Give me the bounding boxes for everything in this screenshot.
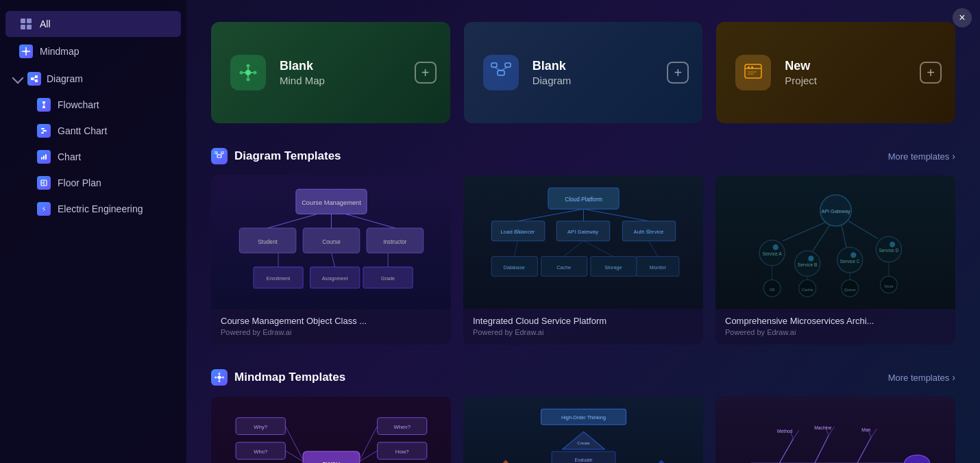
svg-rect-42: [217, 155, 221, 158]
sidebar-item-floor-plan-label: Floor Plan: [58, 177, 101, 188]
template-thumb-thinking: High-Order Thinking Create Evaluate Anal…: [463, 397, 703, 463]
template-title-course: Course Management Object Class ...: [221, 316, 441, 326]
chevron-down-icon: [12, 72, 24, 84]
svg-line-87: [563, 240, 583, 256]
svg-line-113: [848, 221, 878, 239]
mindmap-section-title: Mindmap Templates: [211, 369, 345, 386]
svg-line-112: [841, 225, 846, 247]
sidebar-item-chart-label: Chart: [58, 151, 81, 162]
svg-line-175: [814, 435, 829, 463]
template-powered-cloud: Powered by Edraw.ai: [473, 328, 694, 336]
svg-text:Cloud Platform: Cloud Platform: [565, 197, 602, 203]
svg-line-35: [501, 67, 508, 71]
svg-marker-167: [647, 460, 675, 463]
template-thumb-fishbone: Effect Method Machine Man: [715, 397, 955, 463]
svg-text:API Gateway: API Gateway: [567, 229, 598, 235]
svg-point-123: [219, 373, 221, 375]
diagram-section-icon: [211, 148, 228, 164]
svg-line-34: [494, 67, 501, 71]
svg-line-110: [783, 223, 825, 241]
diagram-card-text: Blank Diagram: [532, 59, 572, 86]
template-card-5w2h[interactable]: 5W2H Why? Who? What? Where? When? How? H…: [211, 397, 451, 463]
svg-text:When?: When?: [393, 424, 411, 430]
svg-text:Evaluate: Evaluate: [574, 457, 592, 462]
svg-line-55: [267, 214, 317, 228]
svg-line-65: [331, 253, 334, 267]
svg-text:Queue: Queue: [844, 288, 855, 292]
template-title-cloud: Integrated Cloud Service Platform: [473, 316, 694, 326]
sidebar-item-mindmap-label: Mindmap: [40, 46, 79, 57]
sidebar-item-chart[interactable]: Chart: [23, 144, 175, 170]
diagram-template-grid: Course Management Student Course Instruc…: [211, 175, 955, 345]
svg-text:Service A: Service A: [762, 251, 782, 256]
svg-point-22: [245, 70, 251, 75]
mindmap-more-templates[interactable]: More templates ›: [888, 372, 955, 383]
svg-rect-13: [41, 128, 45, 129]
sidebar-group-diagram: Diagram Flowchart: [5, 66, 181, 222]
sidebar-item-diagram-label: Diagram: [47, 73, 83, 84]
svg-rect-15: [41, 132, 44, 134]
mindmap-card-plus[interactable]: +: [415, 62, 437, 84]
sidebar-item-floor-plan[interactable]: Floor Plan: [23, 170, 175, 196]
new-project-card[interactable]: New Project +: [716, 22, 955, 123]
sidebar-item-mindmap[interactable]: Mindmap: [5, 38, 181, 64]
svg-rect-31: [498, 71, 504, 75]
chart-icon: [37, 150, 51, 164]
svg-rect-6: [35, 75, 38, 78]
svg-text:Storage: Storage: [604, 264, 622, 271]
svg-point-121: [889, 241, 894, 247]
svg-rect-33: [505, 63, 511, 67]
floor-plan-icon: [37, 176, 51, 190]
svg-point-119: [808, 255, 813, 261]
svg-text:DB: DB: [769, 288, 774, 292]
svg-point-24: [247, 78, 250, 82]
svg-line-89: [648, 240, 657, 256]
sidebar-item-flowchart[interactable]: Flowchart: [23, 92, 175, 118]
project-card-plus[interactable]: +: [920, 62, 942, 84]
diagram-more-templates[interactable]: More templates ›: [888, 151, 955, 162]
mindmap-section-label: Mindmap Templates: [234, 371, 345, 384]
svg-rect-16: [41, 157, 42, 160]
diagram-card-plus[interactable]: +: [667, 62, 689, 84]
diagram-card-subtitle: Diagram: [532, 75, 572, 86]
blank-mindmap-card[interactable]: Blank Mind Map +: [211, 22, 450, 123]
svg-text:How?: How?: [395, 449, 408, 455]
project-card-text: New Project: [785, 59, 817, 86]
diagram-section-title: Diagram Templates: [211, 148, 341, 164]
mindmap-more-label: More templates: [888, 373, 950, 383]
svg-line-174: [793, 430, 798, 438]
svg-rect-43: [215, 151, 217, 153]
template-card-fishbone[interactable]: Effect Method Machine Man: [715, 397, 955, 463]
sidebar-item-gantt-label: Gantt Chart: [58, 125, 107, 136]
template-title-micro: Comprehensive Microservices Archi...: [725, 316, 946, 326]
template-card-thinking[interactable]: High-Order Thinking Create Evaluate Anal…: [463, 397, 703, 463]
sidebar-item-electric-label: Electric Engineering: [58, 203, 143, 214]
svg-text:Database: Database: [503, 264, 524, 271]
svg-rect-14: [42, 130, 47, 132]
template-card-micro[interactable]: API Gateway Service A Service B Service …: [715, 175, 955, 345]
template-powered-micro: Powered by Edraw.ai: [725, 328, 946, 336]
sidebar-group-diagram-header[interactable]: Diagram: [5, 66, 181, 92]
mindmap-card-text: Blank Mind Map: [280, 59, 325, 86]
all-icon: [19, 17, 33, 31]
sidebar-item-all-label: All: [40, 18, 51, 29]
mindmap-more-arrow-icon: ›: [952, 372, 955, 383]
svg-point-91: [646, 229, 650, 233]
svg-text:Cache: Cache: [802, 288, 813, 292]
svg-text:Grade: Grade: [381, 275, 395, 281]
sidebar-item-all[interactable]: All: [5, 11, 181, 37]
svg-text:Enrollment: Enrollment: [266, 275, 290, 281]
sidebar-item-gantt[interactable]: Gantt Chart: [23, 118, 175, 144]
sidebar-item-electric[interactable]: Electric Engineering: [23, 196, 175, 222]
svg-rect-39: [751, 66, 753, 68]
mindmap-section-header: Mindmap Templates More templates ›: [211, 369, 955, 386]
project-card-title: New: [785, 59, 817, 73]
template-card-cloud[interactable]: Cloud Platform Load Balancer API Gateway…: [463, 175, 703, 345]
svg-point-26: [254, 71, 257, 75]
template-card-course[interactable]: Course Management Student Course Instruc…: [211, 175, 451, 345]
blank-diagram-card[interactable]: Blank Diagram +: [464, 22, 703, 123]
svg-text:Course Management: Course Management: [302, 199, 361, 206]
svg-line-182: [871, 429, 877, 437]
close-button[interactable]: ×: [953, 8, 972, 27]
svg-line-111: [812, 225, 830, 251]
